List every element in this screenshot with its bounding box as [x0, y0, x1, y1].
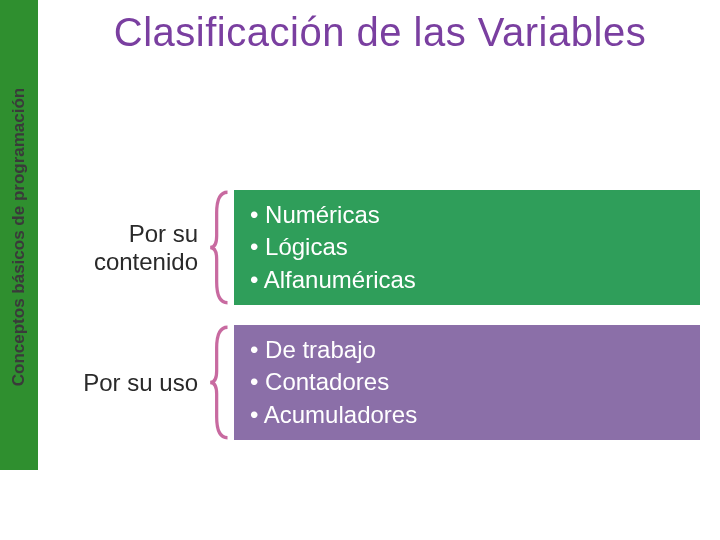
list-item: Contadores: [250, 366, 684, 398]
sidebar-bar: Conceptos básicos de programación: [0, 0, 38, 470]
list-item: Numéricas: [250, 199, 684, 231]
classification-row: Por su contenido Numéricas Lógicas Alfan…: [60, 190, 700, 305]
classification-rows: Por su contenido Numéricas Lógicas Alfan…: [60, 190, 700, 460]
brace-icon: [208, 190, 234, 305]
row-label: Por su contenido: [60, 190, 208, 305]
row-box: Numéricas Lógicas Alfanuméricas: [234, 190, 700, 305]
list-item: Lógicas: [250, 231, 684, 263]
slide: Conceptos básicos de programación Clasif…: [0, 0, 720, 540]
slide-title: Clasificación de las Variables: [55, 10, 705, 55]
list-item: Alfanuméricas: [250, 264, 684, 296]
brace-icon: [208, 325, 234, 440]
row-box: De trabajo Contadores Acumuladores: [234, 325, 700, 440]
list-item: Acumuladores: [250, 399, 684, 431]
row-label: Por su uso: [60, 325, 208, 440]
list-item: De trabajo: [250, 334, 684, 366]
classification-row: Por su uso De trabajo Contadores Acumula…: [60, 325, 700, 440]
sidebar-label: Conceptos básicos de programación: [9, 88, 29, 387]
